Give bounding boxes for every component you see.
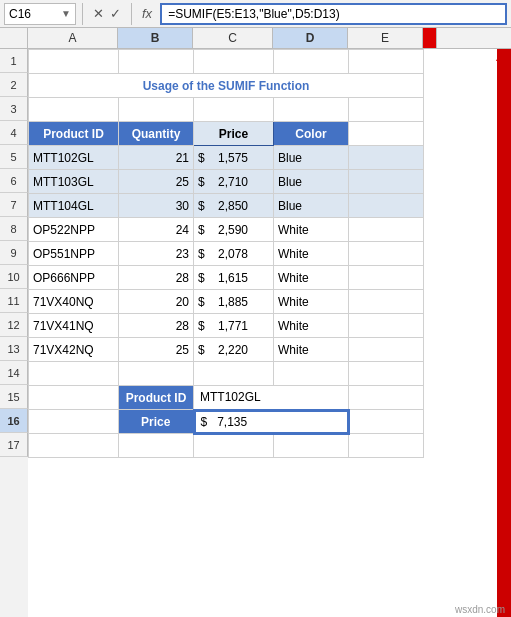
row-num-13[interactable]: 13 (0, 337, 28, 361)
cell-qty-11[interactable]: 20 (119, 290, 194, 314)
cell-color-11[interactable]: White (274, 290, 349, 314)
cell-d3[interactable] (194, 98, 274, 122)
cell-reference-box[interactable]: C16 ▼ (4, 3, 76, 25)
cell-price-10[interactable]: $ 1,615 (194, 266, 274, 290)
cell-f3[interactable] (349, 98, 424, 122)
summary-value-product-id[interactable]: MTT102GL (194, 386, 349, 410)
cell-f17[interactable] (349, 434, 424, 458)
row-num-8[interactable]: 8 (0, 217, 28, 241)
cell-b14[interactable] (29, 362, 119, 386)
header-color[interactable]: Color (274, 122, 349, 146)
cell-price-9[interactable]: $ 2,078 (194, 242, 274, 266)
cell-f7[interactable] (349, 194, 424, 218)
cell-price-11[interactable]: $ 1,885 (194, 290, 274, 314)
row-num-6[interactable]: 6 (0, 169, 28, 193)
cell-product-7[interactable]: MTT104GL (29, 194, 119, 218)
header-product-id[interactable]: Product ID (29, 122, 119, 146)
cancel-formula-icon[interactable]: ✕ (93, 6, 104, 21)
cell-c17[interactable] (119, 434, 194, 458)
cell-qty-7[interactable]: 30 (119, 194, 194, 218)
cell-price-12[interactable]: $ 1,771 (194, 314, 274, 338)
cell-f4[interactable] (349, 122, 424, 146)
cell-c14[interactable] (119, 362, 194, 386)
cell-f8[interactable] (349, 218, 424, 242)
header-quantity[interactable]: Quantity (119, 122, 194, 146)
cell-qty-12[interactable]: 28 (119, 314, 194, 338)
cell-product-12[interactable]: 71VX41NQ (29, 314, 119, 338)
col-header-b[interactable]: B (118, 28, 193, 48)
row-num-4[interactable]: 4 (0, 121, 28, 145)
cell-f16[interactable] (349, 410, 424, 434)
cell-product-6[interactable]: MTT103GL (29, 170, 119, 194)
cell-qty-6[interactable]: 25 (119, 170, 194, 194)
cell-b3[interactable] (29, 98, 119, 122)
cell-product-9[interactable]: OP551NPP (29, 242, 119, 266)
cell-e14[interactable] (274, 362, 349, 386)
cell-f15[interactable] (349, 386, 424, 410)
cell-b1[interactable] (29, 50, 119, 74)
cell-dollar-5[interactable]: $ 1,575 (194, 146, 274, 170)
cell-qty-5[interactable]: 21 (119, 146, 194, 170)
cell-dollar-6[interactable]: $ 2,710 (194, 170, 274, 194)
header-price[interactable]: Price (194, 122, 274, 146)
cell-qty-8[interactable]: 24 (119, 218, 194, 242)
title-cell[interactable]: Usage of the SUMIF Function (29, 74, 424, 98)
cell-qty-13[interactable]: 25 (119, 338, 194, 362)
cell-product-11[interactable]: 71VX40NQ (29, 290, 119, 314)
cell-dollar-7[interactable]: $ 2,850 (194, 194, 274, 218)
cell-price-13[interactable]: $ 2,220 (194, 338, 274, 362)
cell-qty-10[interactable]: 28 (119, 266, 194, 290)
row-num-16[interactable]: 16 (0, 409, 28, 433)
cell-color-13[interactable]: White (274, 338, 349, 362)
cell-b17[interactable] (29, 434, 119, 458)
col-header-e[interactable]: E (348, 28, 423, 48)
cell-f1[interactable] (349, 50, 424, 74)
col-header-c[interactable]: C (193, 28, 273, 48)
col-header-a[interactable]: A (28, 28, 118, 48)
cell-ref-dropdown-icon[interactable]: ▼ (61, 8, 71, 19)
row-num-3[interactable]: 3 (0, 97, 28, 121)
summary-value-price[interactable]: $ 7,135 (194, 410, 349, 434)
cell-d1[interactable] (194, 50, 274, 74)
row-num-2[interactable]: 2 (0, 73, 28, 97)
row-num-17[interactable]: 17 (0, 433, 28, 457)
confirm-formula-icon[interactable]: ✓ (110, 6, 121, 21)
row-num-14[interactable]: 14 (0, 361, 28, 385)
row-num-5[interactable]: 5 (0, 145, 28, 169)
cell-f9[interactable] (349, 242, 424, 266)
cell-e17[interactable] (274, 434, 349, 458)
cell-color-12[interactable]: White (274, 314, 349, 338)
cell-f14[interactable] (349, 362, 424, 386)
row-num-7[interactable]: 7 (0, 193, 28, 217)
cell-product-10[interactable]: OP666NPP (29, 266, 119, 290)
cell-qty-9[interactable]: 23 (119, 242, 194, 266)
cell-color-6[interactable]: Blue (274, 170, 349, 194)
cell-color-10[interactable]: White (274, 266, 349, 290)
cell-product-8[interactable]: OP522NPP (29, 218, 119, 242)
cell-f11[interactable] (349, 290, 424, 314)
cell-product-5[interactable]: MTT102GL (29, 146, 119, 170)
cell-price-8[interactable]: $ 2,590 (194, 218, 274, 242)
row-num-11[interactable]: 11 (0, 289, 28, 313)
cell-color-8[interactable]: White (274, 218, 349, 242)
cell-d14[interactable] (194, 362, 274, 386)
cell-color-7[interactable]: Blue (274, 194, 349, 218)
cell-b16[interactable] (29, 410, 119, 434)
cell-f12[interactable] (349, 314, 424, 338)
row-num-15[interactable]: 15 (0, 385, 28, 409)
summary-label-product-id[interactable]: Product ID (119, 386, 194, 410)
cell-b15[interactable] (29, 386, 119, 410)
summary-label-price[interactable]: Price (119, 410, 194, 434)
cell-f13[interactable] (349, 338, 424, 362)
cell-e1[interactable] (274, 50, 349, 74)
cell-f6[interactable] (349, 170, 424, 194)
cell-color-5[interactable]: Blue (274, 146, 349, 170)
cell-e3[interactable] (274, 98, 349, 122)
cell-color-9[interactable]: White (274, 242, 349, 266)
cell-product-13[interactable]: 71VX42NQ (29, 338, 119, 362)
cell-d17[interactable] (194, 434, 274, 458)
row-num-1[interactable]: 1 (0, 49, 28, 73)
cell-c3[interactable] (119, 98, 194, 122)
row-num-9[interactable]: 9 (0, 241, 28, 265)
cell-f10[interactable] (349, 266, 424, 290)
